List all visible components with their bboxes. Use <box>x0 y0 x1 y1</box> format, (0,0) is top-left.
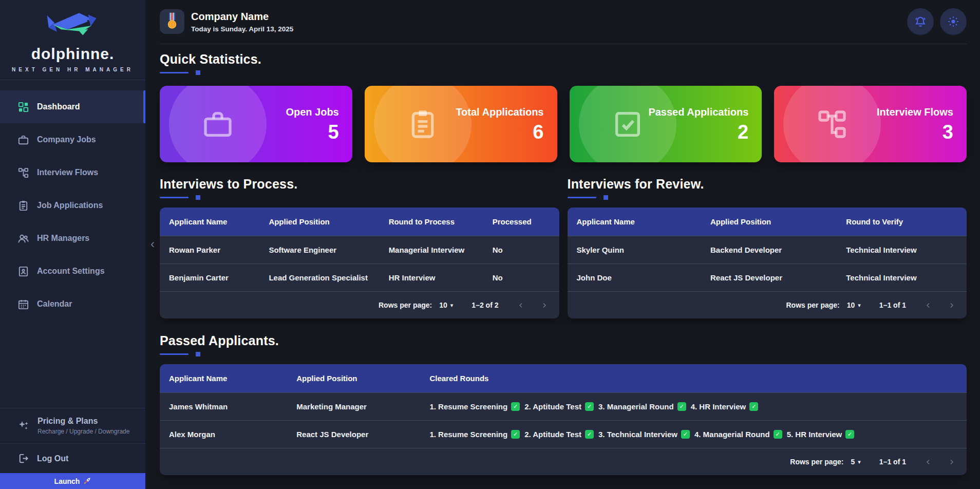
applicant-name-cell: Rowan Parker <box>160 246 259 254</box>
table-header-row: Applicant Name Applied Position Round to… <box>160 208 559 236</box>
applied-position-cell: React JS Developer <box>287 430 420 439</box>
previous-page-button[interactable] <box>925 458 932 466</box>
stat-card-passed-applications: Passed Applications 2 <box>570 86 762 162</box>
sidebar-item-label: Job Applications <box>37 201 103 210</box>
table-row: John Doe React JS Developer Technical In… <box>568 264 967 291</box>
theme-toggle-button[interactable] <box>940 8 967 35</box>
table-row: James Whitman Marketing Manager 1. Resum… <box>160 392 967 420</box>
quick-statistics-title: Quick Statistics. <box>160 52 967 67</box>
sidebar-item-label: Dashboard <box>37 102 80 111</box>
clipboard-icon <box>17 200 29 212</box>
round-cell: Technical Interview <box>837 273 967 282</box>
applied-position-cell: Lead Generation Specialist <box>259 273 379 282</box>
sidebar-item-interview-flows[interactable]: Interview Flows <box>0 156 145 189</box>
briefcase-icon <box>201 108 234 141</box>
stat-card-interview-flows: Interview Flows 3 <box>774 86 967 162</box>
launch-button[interactable]: Launch <box>0 473 145 489</box>
rows-per-page-select[interactable]: 10 ▾ <box>439 301 453 309</box>
pricing-title: Pricing & Plans <box>37 417 129 426</box>
chevron-left-icon <box>925 302 932 309</box>
chevron-left-icon <box>517 302 525 309</box>
interviews-for-review-section: Interviews for Review. Applicant Name Ap… <box>568 176 967 318</box>
title-decoration <box>160 352 967 356</box>
stat-value: 3 <box>943 122 953 142</box>
processed-cell: No <box>483 246 559 254</box>
table-pagination: Rows per page: 10 ▾ 1–2 of 2 <box>160 291 559 318</box>
passed-applicants-section: Passed Applicants. Applicant Name Applie… <box>160 333 967 475</box>
column-header: Applicant Name <box>160 374 287 383</box>
round-cell: Technical Interview <box>837 246 967 254</box>
column-header: Processed <box>483 217 559 226</box>
interviews-for-review-title: Interviews for Review. <box>568 177 967 192</box>
chevron-down-icon: ▾ <box>858 302 861 309</box>
rows-per-page-select[interactable]: 10 ▾ <box>847 301 861 309</box>
round-cell: Managerial Interview <box>380 246 483 254</box>
chevron-left-icon <box>925 458 932 466</box>
stat-label: Passed Applications <box>648 106 748 118</box>
next-page-button[interactable] <box>948 302 955 309</box>
logo-block: dolphinne. NEXT GEN HR MANAGER <box>0 0 145 80</box>
sidebar-item-job-applications[interactable]: Job Applications <box>0 189 145 222</box>
sidebar-nav: Dashboard Company Jobs Interview Flows <box>0 80 145 321</box>
rows-per-page-select[interactable]: 5 ▾ <box>851 458 861 466</box>
table-header-row: Applicant Name Applied Position Round to… <box>568 208 967 236</box>
company-block: Company Name Today is Sunday. April 13, … <box>160 9 293 34</box>
table-row: Benjamin Carter Lead Generation Speciali… <box>160 264 559 291</box>
previous-page-button[interactable] <box>925 302 932 309</box>
sidebar-item-pricing-plans[interactable]: Pricing & Plans Recharge / Upgrade / Dow… <box>0 408 145 443</box>
stat-card-total-applications: Total Applications 6 <box>365 86 557 162</box>
check-icon: ✓ <box>511 430 520 439</box>
stat-cards: Open Jobs 5 Total Applications 6 <box>160 86 967 162</box>
check-icon: ✓ <box>585 402 594 411</box>
main-content: Company Name Today is Sunday. April 13, … <box>145 0 980 489</box>
clipboard-icon <box>406 108 439 141</box>
applicant-name-cell: James Whitman <box>160 402 287 411</box>
notifications-button[interactable] <box>907 8 934 35</box>
app-root: dolphinne. NEXT GEN HR MANAGER Dashboard… <box>0 0 980 489</box>
sidebar: dolphinne. NEXT GEN HR MANAGER Dashboard… <box>0 0 145 489</box>
company-badge <box>160 9 184 34</box>
sidebar-item-hr-managers[interactable]: HR Managers <box>0 222 145 255</box>
table-row: Rowan Parker Software Engineer Manageria… <box>160 236 559 264</box>
check-icon: ✓ <box>677 402 686 411</box>
applied-position-cell: React JS Developer <box>701 273 837 282</box>
page-header: Company Name Today is Sunday. April 13, … <box>160 8 967 35</box>
company-name: Company Name <box>191 11 293 23</box>
interviews-to-process-title: Interviews to Process. <box>160 177 559 192</box>
sidebar-item-account-settings[interactable]: Account Settings <box>0 255 145 288</box>
sidebar-item-label: Interview Flows <box>37 168 98 177</box>
chevron-right-icon <box>948 458 955 466</box>
stat-label: Interview Flows <box>877 106 953 118</box>
table-pagination: Rows per page: 10 ▾ 1–1 of 1 <box>568 291 967 318</box>
logout-icon <box>17 453 29 464</box>
next-page-button[interactable] <box>948 458 955 466</box>
flow-icon <box>816 108 849 141</box>
sidebar-collapse-button[interactable]: ‹ <box>147 236 158 252</box>
previous-page-button[interactable] <box>517 302 525 309</box>
chevron-right-icon <box>948 302 955 309</box>
sidebar-item-dashboard[interactable]: Dashboard <box>0 90 145 123</box>
flow-icon <box>17 167 29 179</box>
applied-position-cell: Marketing Manager <box>287 402 420 411</box>
next-page-button[interactable] <box>540 302 548 309</box>
stat-label: Open Jobs <box>286 106 338 118</box>
sidebar-item-label: Calendar <box>37 299 72 309</box>
dashboard-icon <box>17 101 29 113</box>
applicant-name-cell: John Doe <box>568 273 701 282</box>
sidebar-item-logout[interactable]: Log Out <box>0 444 145 473</box>
table-row: Skyler Quinn Backend Developer Technical… <box>568 236 967 264</box>
stat-card-open-jobs: Open Jobs 5 <box>160 86 352 162</box>
today-date: Today is Sunday. April 13, 2025 <box>191 25 293 33</box>
check-icon: ✓ <box>585 430 594 439</box>
sidebar-item-company-jobs[interactable]: Company Jobs <box>0 123 145 156</box>
app-name: dolphinne. <box>0 45 145 63</box>
bell-icon <box>914 15 927 28</box>
round-cell: HR Interview <box>380 273 483 282</box>
pagination-range: 1–1 of 1 <box>879 301 906 309</box>
sidebar-item-calendar[interactable]: Calendar <box>0 288 145 321</box>
check-icon: ✓ <box>749 402 758 411</box>
id-badge-icon <box>17 266 29 277</box>
logout-label: Log Out <box>37 454 68 463</box>
column-header: Round to Verify <box>837 217 967 226</box>
applicant-name-cell: Benjamin Carter <box>160 273 259 282</box>
